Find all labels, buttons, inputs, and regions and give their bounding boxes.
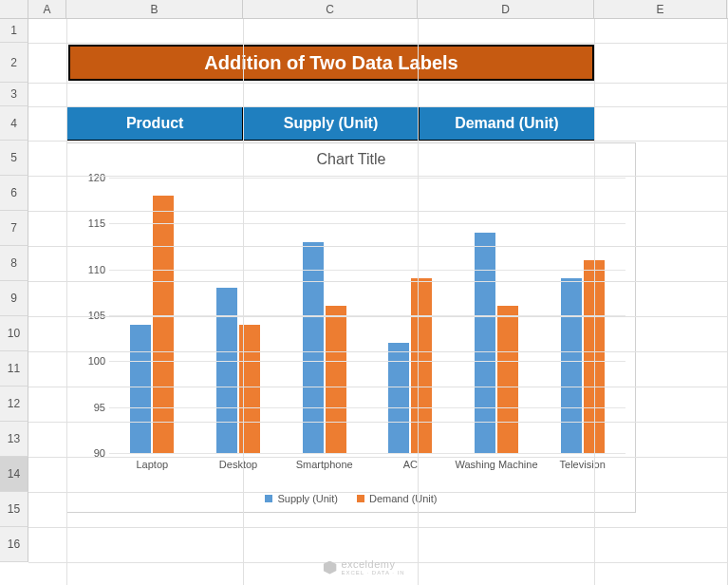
gridline-v bbox=[66, 19, 67, 585]
column-header-E[interactable]: E bbox=[594, 0, 727, 18]
x-axis: LaptopDesktopSmartphoneACWashing Machine… bbox=[109, 455, 625, 483]
y-tick-label: 110 bbox=[88, 264, 105, 275]
gridline-v bbox=[243, 19, 244, 585]
row-header-10[interactable]: 10 bbox=[0, 316, 28, 351]
bar-supply[interactable] bbox=[216, 288, 237, 453]
chart-legend[interactable]: Supply (Unit) Demand (Unit) bbox=[67, 493, 635, 504]
gridline-h bbox=[28, 246, 728, 247]
row-header-16[interactable]: 16 bbox=[0, 527, 28, 562]
gridline-h bbox=[28, 43, 728, 44]
header-supply: Supply (Unit) bbox=[243, 107, 419, 140]
legend-item-supply[interactable]: Supply (Unit) bbox=[265, 493, 338, 504]
bar-demand[interactable] bbox=[497, 306, 518, 453]
y-tick-label: 115 bbox=[88, 217, 105, 229]
gridline-h bbox=[28, 387, 728, 387]
chart-gridline bbox=[109, 270, 625, 271]
column-header-D[interactable]: D bbox=[418, 0, 594, 18]
title-banner: Addition of Two Data Labels bbox=[68, 45, 594, 81]
gridline-h bbox=[28, 351, 728, 352]
row-header-2[interactable]: 2 bbox=[0, 43, 28, 83]
bar-supply[interactable] bbox=[130, 325, 151, 453]
legend-swatch-demand bbox=[357, 495, 364, 502]
spreadsheet-grid: ABCDE 12345678910111213141516 Addition o… bbox=[0, 0, 728, 585]
gridline-h bbox=[28, 176, 728, 177]
gridline-v bbox=[594, 19, 595, 585]
cube-icon bbox=[323, 561, 336, 575]
row-header-15[interactable]: 15 bbox=[0, 492, 28, 527]
row-header-14[interactable]: 14 bbox=[0, 457, 28, 492]
legend-item-demand[interactable]: Demand (Unit) bbox=[357, 493, 438, 504]
gridline-h bbox=[28, 83, 728, 84]
watermark-text: exceldemy bbox=[341, 559, 404, 570]
legend-label-demand: Demand (Unit) bbox=[369, 493, 438, 504]
gridline-h bbox=[28, 316, 728, 317]
y-tick-label: 120 bbox=[88, 172, 105, 183]
chart-gridline bbox=[109, 407, 625, 408]
gridline-h bbox=[28, 106, 728, 107]
bar-demand[interactable] bbox=[153, 196, 174, 453]
table-header-row: Product Supply (Unit) Demand (Unit) bbox=[66, 106, 595, 141]
select-all-corner[interactable] bbox=[0, 0, 28, 18]
chart-gridline bbox=[109, 223, 625, 224]
row-header-12[interactable]: 12 bbox=[0, 387, 28, 422]
chart-gridline bbox=[109, 361, 625, 362]
chart-gridline bbox=[109, 178, 625, 179]
x-label: AC bbox=[367, 455, 454, 483]
column-header-B[interactable]: B bbox=[66, 0, 243, 18]
column-headers: ABCDE bbox=[0, 0, 728, 19]
watermark-sub: EXCEL · DATA · IN bbox=[341, 570, 404, 576]
y-axis: 9095100105110115120 bbox=[77, 178, 105, 453]
gridline-h bbox=[28, 527, 728, 528]
bar-supply[interactable] bbox=[388, 343, 409, 453]
y-tick-label: 100 bbox=[88, 355, 105, 367]
row-header-11[interactable]: 11 bbox=[0, 351, 28, 387]
bar-demand[interactable] bbox=[326, 306, 346, 453]
row-header-5[interactable]: 5 bbox=[0, 141, 28, 176]
chart-title[interactable]: Chart Title bbox=[67, 143, 635, 172]
bar-supply[interactable] bbox=[475, 233, 495, 453]
column-header-C[interactable]: C bbox=[243, 0, 418, 18]
legend-label-supply: Supply (Unit) bbox=[277, 493, 338, 504]
gridline-h bbox=[28, 422, 728, 423]
x-label: Smartphone bbox=[281, 455, 367, 483]
row-header-8[interactable]: 8 bbox=[0, 246, 28, 281]
row-headers: 12345678910111213141516 bbox=[0, 19, 28, 562]
bar-demand[interactable] bbox=[411, 278, 432, 453]
gridline-h bbox=[28, 281, 728, 282]
row-header-13[interactable]: 13 bbox=[0, 422, 28, 457]
row-header-9[interactable]: 9 bbox=[0, 281, 28, 316]
header-demand: Demand (Unit) bbox=[420, 107, 594, 140]
row-header-6[interactable]: 6 bbox=[0, 176, 28, 211]
gridline-v bbox=[418, 19, 419, 585]
y-tick-label: 105 bbox=[88, 310, 105, 321]
plot-area bbox=[109, 178, 625, 453]
gridline-h bbox=[28, 492, 728, 493]
header-product: Product bbox=[67, 107, 243, 140]
x-label: Desktop bbox=[196, 455, 282, 483]
gridline-h bbox=[28, 211, 728, 212]
column-header-A[interactable]: A bbox=[28, 0, 66, 18]
watermark: exceldemy EXCEL · DATA · IN bbox=[323, 559, 404, 576]
gridline-h bbox=[28, 141, 728, 142]
x-label: Washing Machine bbox=[454, 455, 540, 483]
row-header-3[interactable]: 3 bbox=[0, 83, 28, 106]
legend-swatch-supply bbox=[265, 495, 272, 502]
row-header-4[interactable]: 4 bbox=[0, 106, 28, 141]
cells-area[interactable]: Addition of Two Data Labels Product Supp… bbox=[28, 19, 728, 585]
x-label: Television bbox=[539, 455, 625, 483]
x-label: Laptop bbox=[109, 455, 196, 483]
y-tick-label: 95 bbox=[94, 402, 105, 413]
bar-supply[interactable] bbox=[561, 278, 582, 453]
row-header-7[interactable]: 7 bbox=[0, 211, 28, 246]
gridline-h bbox=[28, 457, 728, 458]
row-header-1[interactable]: 1 bbox=[0, 19, 28, 43]
chart-gridline bbox=[109, 453, 625, 454]
